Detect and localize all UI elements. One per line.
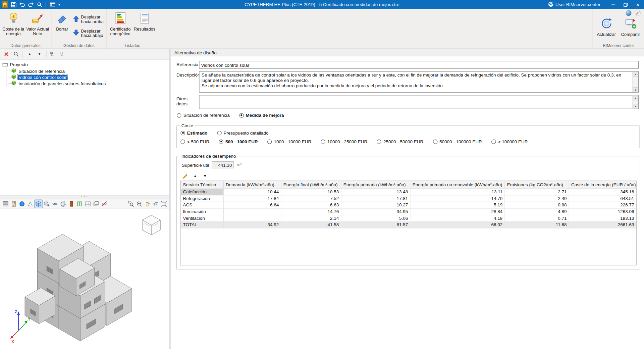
search-icon[interactable] [36,1,43,8]
measure-icon[interactable] [26,200,34,207]
toolbar-options-caret-icon[interactable]: ▾ [57,2,61,6]
column-header[interactable]: Servicio Técnico [181,181,224,188]
scroll-down-icon[interactable]: ▼ [633,104,638,109]
ribbon-group-datos-generales: € Coste de la energía Valor Actual Neto … [0,9,51,49]
column-header[interactable]: Energía primaria (kWh/m²·año) [341,181,410,188]
hide-icon[interactable] [100,200,108,207]
coste-energia-button[interactable]: € Coste de la energía [2,10,25,42]
brush-icon[interactable] [635,10,641,16]
compartir-button[interactable]: Compartir [619,15,642,41]
resultados-button[interactable]: Resultados [133,10,156,42]
column-header[interactable]: Energía final (kWh/m²·año) [281,181,341,188]
close-button[interactable]: × [632,0,644,9]
window-icon[interactable] [76,200,84,207]
move-up-icon[interactable]: ▲ [192,173,199,180]
column-header[interactable]: Coste de la energía (EUR / año) [569,181,636,188]
column-header[interactable]: Emisiones (kg CO2/m²·año) [505,181,569,188]
move-up-icon[interactable]: ▲ [25,50,34,58]
tree-item[interactable]: Instalación de paneles solares fotovolta… [7,80,169,86]
solid-view-icon[interactable] [35,200,42,207]
descripcion-textarea[interactable]: Se añade la característica de control so… [199,71,639,93]
collapse-all-icon[interactable] [58,50,67,58]
otros-datos-textarea[interactable]: ▲▼ [199,95,639,109]
bimserver-user-badge[interactable]: User BIMserver.center [548,1,600,7]
table-row[interactable]: Calefacción10.4410.5313.4813.112.71345.1… [181,189,636,195]
cost-range-radio[interactable]: 500 - 1000 EUR [219,139,258,144]
view-cube[interactable] [142,215,160,235]
3d-viewport[interactable]: Z Y X [0,209,169,349]
stack-icon[interactable] [92,200,100,207]
tree-item[interactable]: Situación de referencia [7,68,169,74]
tree-item[interactable]: Vidrios con control solar [7,74,169,80]
cost-range-radio[interactable]: > 100000 EUR [491,139,528,144]
application-window: ▾ CYPETHERM HE Plus (CTE 2019) - 5 Certi… [0,0,644,349]
orbit-icon[interactable] [152,200,159,207]
desplazar-arriba-button[interactable]: Desplazar hacia arriba [72,13,105,26]
table-row[interactable]: TOTAL34.9241.5881.5766.0211.682661.63 [181,221,636,228]
scroll-up-icon[interactable]: ▲ [633,71,638,77]
table-row[interactable]: Ventilación2.145.064.180.71183.13 [181,215,636,221]
fit-view-icon[interactable] [160,200,168,207]
add-view-icon[interactable] [43,200,51,207]
minimize-button[interactable] [607,0,620,9]
table-row[interactable]: ACS6.646.6310.275.190.88226.77 [181,202,636,208]
superficie-util-input[interactable]: 441.10 [212,161,234,168]
3d-model-scene[interactable]: Z Y X [0,209,169,349]
actualizar-button[interactable]: Actualizar [595,15,618,41]
info-icon[interactable]: i [18,200,26,207]
building-icon[interactable] [10,200,17,207]
presupuesto-detallado-radio[interactable]: Presupuesto detallado [217,131,269,136]
coste-title: Coste [180,123,195,128]
cost-range-radio[interactable]: 50000 - 100000 EUR [433,139,482,144]
superficie-unit: m² [237,162,241,167]
maximize-button[interactable] [619,0,632,9]
table-row[interactable]: Iluminación14.7634.9528.844.891263.06 [181,208,636,215]
door-icon[interactable] [67,200,75,207]
estimado-radio[interactable]: Estimado [180,131,207,136]
view-toolbar: i [0,199,169,208]
rotate-view-icon[interactable] [59,200,67,207]
scrollbar[interactable]: ▲▼ [633,71,638,92]
medida-mejora-radio[interactable]: Medida de mejora [239,113,284,118]
scrollbar[interactable]: ▲▼ [633,95,638,108]
zoom-window-icon[interactable] [127,200,135,207]
borrar-button[interactable]: Borrar [53,10,71,42]
save-icon[interactable] [10,1,17,8]
tree-item-label: Instalación de paneles solares fotovolta… [18,81,107,86]
column-header[interactable]: Demanda (kWh/m²·año) [223,181,281,188]
visibility-icon[interactable] [51,200,59,207]
certificado-energetico-button[interactable]: Certificado energético [109,10,132,42]
referencia-input[interactable]: Vidrios con control solar [199,61,639,68]
pan-icon[interactable] [144,200,151,207]
layers-icon[interactable] [2,200,9,207]
horizontal-splitter[interactable]: ··· [0,195,169,199]
table-row[interactable]: Refrigeración17.847.5217.8114.702.49643.… [181,195,636,202]
situacion-referencia-radio[interactable]: Situación de referencia [177,113,230,118]
window-layout-icon[interactable] [49,1,56,8]
desplazar-abajo-button[interactable]: Desplazar hacia abajo [72,27,105,40]
app-icon[interactable] [1,1,9,8]
cost-range-radio[interactable]: 1000 - 10000 EUR [267,139,311,144]
valor-actual-neto-button[interactable]: Valor Actual Neto [26,10,49,42]
zoom-out-icon[interactable] [135,200,143,207]
expand-all-icon[interactable] [49,50,58,58]
svg-text:Z: Z [15,310,17,314]
cost-range-radio[interactable]: 25000 - 50000 EUR [377,139,423,144]
search-icon[interactable] [11,50,20,58]
undo-icon[interactable] [18,1,26,8]
edit-icon[interactable] [182,173,189,180]
delete-icon[interactable] [2,50,11,58]
cost-range-radio[interactable]: 10000 - 25000 EUR [321,139,367,144]
bimserver-sphere-icon[interactable] [626,10,632,16]
grid-icon[interactable] [84,200,92,207]
cost-range-radio[interactable]: < 500 EUR [180,139,209,144]
scroll-up-icon[interactable]: ▲ [633,95,638,100]
move-down-icon[interactable]: ▼ [202,173,209,180]
scroll-down-icon[interactable]: ▼ [633,87,638,92]
redo-icon[interactable] [27,1,35,8]
move-down-icon[interactable]: ▼ [35,50,44,58]
indicadores-title: Indicadores de desempeño [180,153,237,158]
column-header[interactable]: Energía primaria no renovable (kWh/m²·añ… [410,181,505,188]
radio-dot [217,131,221,135]
tree-root[interactable]: Proyecto [2,61,169,68]
